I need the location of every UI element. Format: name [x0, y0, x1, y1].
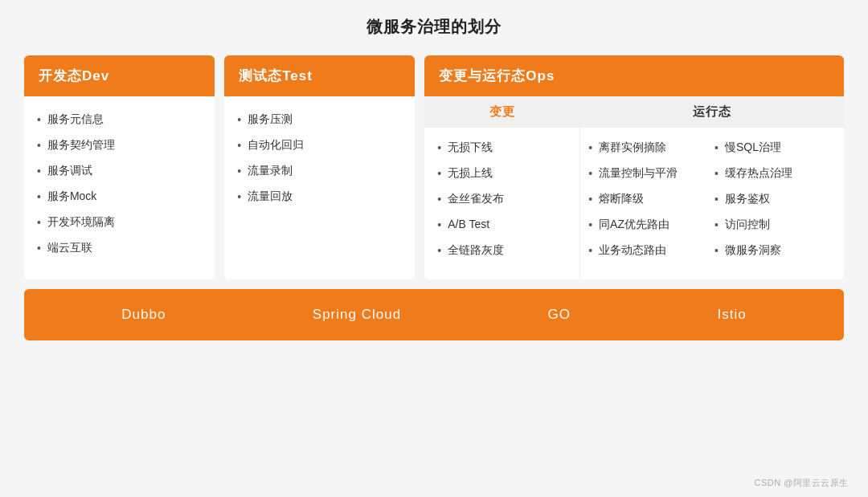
ops-wrapper: 变更 无损下线 无损上线 金丝雀发布 A/B Test 全链路灰度	[424, 96, 844, 279]
ops-runtime-subheader: 运行态	[580, 96, 844, 128]
runtime-col-b: 慢SQL治理 缓存热点治理 服务鉴权 访问控制 微服务洞察	[714, 139, 837, 267]
list-item: 慢SQL治理	[714, 139, 837, 157]
list-item: 流量回放	[237, 188, 402, 206]
list-item: 微服务洞察	[714, 242, 837, 259]
ops-runtime-section: 运行态 离群实例摘除 流量控制与平滑 熔断降级 同AZ优先路由 业务动态路由	[580, 96, 844, 279]
list-item: 服务压测	[237, 111, 402, 128]
list-item: 流量录制	[237, 162, 402, 180]
ops-change-subheader: 变更	[424, 96, 579, 128]
main-container: 开发态Dev 服务元信息 服务契约管理 服务调试 服务Mock 开发环境隔离 端…	[24, 55, 844, 340]
dev-body: 服务元信息 服务契约管理 服务调试 服务Mock 开发环境隔离 端云互联	[24, 96, 215, 279]
bottom-bar: Dubbo Spring Cloud GO Istio	[24, 289, 844, 340]
ops-runtime-body: 离群实例摘除 流量控制与平滑 熔断降级 同AZ优先路由 业务动态路由 慢SQL治…	[580, 128, 844, 279]
list-item: 全链路灰度	[437, 242, 568, 259]
list-item: 同AZ优先路由	[588, 216, 711, 234]
list-item: 业务动态路由	[588, 242, 711, 259]
dev-list: 服务元信息 服务契约管理 服务调试 服务Mock 开发环境隔离 端云互联	[37, 111, 202, 257]
list-item: 缓存热点治理	[714, 165, 837, 182]
bottom-bar-istio: Istio	[718, 307, 747, 323]
list-item: 离群实例摘除	[588, 139, 711, 157]
list-item: 流量控制与平滑	[588, 165, 711, 182]
list-item: 熔断降级	[588, 190, 711, 208]
list-item: 服务契约管理	[37, 136, 202, 154]
bottom-bar-go: GO	[548, 307, 571, 323]
list-item: A/B Test	[437, 216, 568, 234]
columns-row: 开发态Dev 服务元信息 服务契约管理 服务调试 服务Mock 开发环境隔离 端…	[24, 55, 844, 279]
ops-header: 变更与运行态Ops	[424, 55, 844, 96]
list-item: 端云互联	[37, 239, 202, 257]
page-title: 微服务治理的划分	[24, 16, 844, 38]
list-item: 金丝雀发布	[437, 190, 568, 208]
list-item: 服务调试	[37, 162, 202, 180]
test-body: 服务压测 自动化回归 流量录制 流量回放	[224, 96, 415, 228]
dev-header: 开发态Dev	[24, 55, 215, 96]
test-header: 测试态Test	[224, 55, 415, 96]
list-item: 无损上线	[437, 165, 568, 182]
ops-change-body: 无损下线 无损上线 金丝雀发布 A/B Test 全链路灰度	[424, 128, 579, 279]
bottom-bar-springcloud: Spring Cloud	[313, 307, 401, 323]
list-item: 服务Mock	[37, 188, 202, 206]
test-list: 服务压测 自动化回归 流量录制 流量回放	[237, 111, 402, 206]
list-item: 开发环境隔离	[37, 214, 202, 231]
list-item: 服务元信息	[37, 111, 202, 128]
ops-column: 变更与运行态Ops 变更 无损下线 无损上线 金丝雀发布 A/B Test 全链…	[424, 55, 844, 279]
test-column: 测试态Test 服务压测 自动化回归 流量录制 流量回放	[224, 55, 415, 279]
page-wrapper: 微服务治理的划分 开发态Dev 服务元信息 服务契约管理 服务调试 服务Mock…	[0, 0, 868, 497]
list-item: 服务鉴权	[714, 190, 837, 208]
dev-column: 开发态Dev 服务元信息 服务契约管理 服务调试 服务Mock 开发环境隔离 端…	[24, 55, 215, 279]
list-item: 自动化回归	[237, 136, 402, 154]
attribution: CSDN @阿里云云原生	[755, 477, 849, 489]
bottom-bar-dubbo: Dubbo	[121, 307, 166, 323]
runtime-list-a: 离群实例摘除 流量控制与平滑 熔断降级 同AZ优先路由 业务动态路由	[588, 139, 711, 259]
runtime-list-b: 慢SQL治理 缓存热点治理 服务鉴权 访问控制 微服务洞察	[714, 139, 837, 259]
change-list: 无损下线 无损上线 金丝雀发布 A/B Test 全链路灰度	[437, 139, 568, 259]
ops-change-section: 变更 无损下线 无损上线 金丝雀发布 A/B Test 全链路灰度	[424, 96, 580, 279]
list-item: 无损下线	[437, 139, 568, 157]
runtime-col-a: 离群实例摘除 流量控制与平滑 熔断降级 同AZ优先路由 业务动态路由	[588, 139, 711, 267]
list-item: 访问控制	[714, 216, 837, 234]
